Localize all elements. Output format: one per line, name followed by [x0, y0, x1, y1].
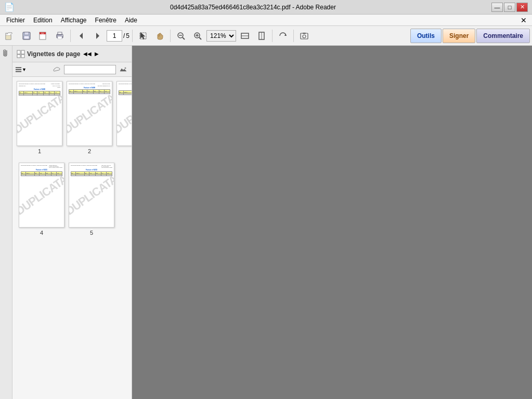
thumb-landscape-btn[interactable] [117, 64, 129, 75]
menu-fenetre[interactable]: Fenêtre [91, 16, 121, 25]
svg-rect-31 [21, 50, 24, 54]
panel-close-btn[interactable]: ✕ [517, 16, 530, 24]
zoom-in-btn[interactable] [190, 29, 205, 43]
svg-rect-9 [58, 36, 62, 39]
watermark-3: DUPLICATA [116, 91, 132, 136]
svg-marker-13 [140, 32, 145, 39]
comment-btn[interactable]: Commentaire [476, 29, 530, 43]
snapshot-btn[interactable] [296, 29, 312, 43]
pdf-main-area[interactable] [132, 46, 532, 399]
thumb-row-1: Document global à l'heure, mais bon fond… [17, 81, 127, 154]
thumb-page-2-preview: Document global à l'heure, mais bon fond… [67, 81, 112, 146]
menu-affichage[interactable]: Affichage [57, 16, 91, 25]
separator-1 [70, 30, 71, 42]
app-icon: 📄 [4, 2, 15, 12]
watermark-2: DUPLICATA [67, 91, 112, 136]
select-tool-btn[interactable] [135, 29, 151, 43]
separator-3 [170, 30, 171, 42]
svg-rect-30 [17, 50, 20, 54]
svg-rect-8 [58, 32, 62, 34]
search-bar[interactable] [64, 65, 116, 74]
svg-rect-34 [16, 67, 21, 68]
sign-btn[interactable]: Signer [443, 29, 475, 43]
panel-nav-back-btn[interactable]: ◀◀ [83, 50, 92, 58]
main-layout: Vignettes de page ◀◀ ▶ ▼ [0, 46, 532, 399]
thumb-page-4-preview: Document global à l'heure, mais bon fond… [19, 163, 64, 228]
svg-rect-33 [21, 55, 24, 58]
svg-rect-36 [16, 71, 21, 72]
svg-marker-12 [96, 33, 99, 39]
watermark-1: DUPLICATA [17, 91, 62, 136]
thumb-page-1[interactable]: Document global à l'heure, mais bon fond… [17, 81, 62, 154]
svg-rect-2 [24, 32, 29, 35]
svg-point-28 [303, 35, 306, 38]
create-pdf-btn[interactable]: PDF [35, 29, 51, 43]
thumb-cloud-btn[interactable] [50, 64, 63, 75]
rotate-btn[interactable] [275, 29, 291, 43]
thumb-page-1-preview: Document global à l'heure, mais bon fond… [17, 81, 62, 146]
window-title: 0d4d425a83a75ed466461c8ea3c3214c.pdf - A… [15, 4, 491, 11]
svg-rect-32 [17, 55, 20, 58]
search-input[interactable] [66, 66, 107, 72]
pdf-scroll-area[interactable] [132, 46, 532, 399]
minimize-btn[interactable]: — [491, 3, 503, 12]
thumbnails-panel: Vignettes de page ◀◀ ▶ ▼ [12, 46, 132, 399]
separator-2 [132, 30, 133, 42]
svg-line-21 [199, 37, 201, 39]
watermark-5: DUPLICATA [69, 172, 114, 218]
open-file-btn[interactable] [2, 29, 18, 43]
thumb-page-5-preview: Document global à l'heure, mais bon fond… [69, 163, 114, 228]
zoom-out-btn[interactable] [173, 29, 189, 43]
page-separator: / [123, 32, 125, 39]
hand-tool-btn[interactable] [152, 29, 167, 43]
svg-rect-3 [24, 36, 29, 39]
maximize-btn[interactable]: □ [504, 3, 515, 12]
thumb-menu-btn[interactable]: ▼ [15, 64, 27, 75]
thumbnails-panel-title: Vignettes de page [27, 50, 80, 58]
print-btn[interactable] [52, 29, 68, 43]
main-toolbar: PDF / 5 121% 100% 75% 150% [0, 26, 532, 46]
thumb-number-1: 1 [38, 148, 41, 154]
page-total: 5 [126, 32, 129, 39]
thumb-number-2: 2 [88, 148, 91, 154]
menu-fichier[interactable]: Fichier [2, 16, 29, 25]
svg-point-37 [125, 67, 126, 69]
watermark-4: DUPLICATA [19, 172, 64, 218]
svg-rect-10 [62, 35, 63, 36]
thumbnail-panel-icon [17, 50, 25, 58]
thumb-page-5[interactable]: Document global à l'heure, mais bon fond… [69, 163, 114, 236]
fit-page-btn[interactable] [254, 29, 269, 43]
fit-width-btn[interactable] [237, 29, 253, 43]
svg-line-17 [183, 37, 185, 39]
nav-next-btn[interactable] [90, 29, 106, 43]
thumb-number-5: 5 [90, 230, 93, 236]
svg-rect-29 [303, 33, 306, 34]
nav-prev-btn[interactable] [73, 29, 89, 43]
save-btn[interactable] [19, 29, 34, 43]
thumbnails-toolbar: ▼ [12, 62, 132, 77]
zoom-select[interactable]: 121% 100% 75% 150% [206, 30, 236, 42]
close-btn[interactable]: ✕ [516, 3, 528, 12]
svg-marker-11 [80, 33, 83, 39]
menu-aide[interactable]: Aide [121, 16, 141, 25]
thumb-page-3[interactable]: Document global à l'heure, mais bon fond… [116, 81, 132, 154]
panel-nav-fwd-btn[interactable]: ▶ [93, 50, 101, 58]
window-controls: — □ ✕ [491, 3, 528, 12]
thumbnails-content: Document global à l'heure, mais bon fond… [12, 77, 132, 399]
left-icon-strip [0, 46, 12, 399]
attachment-icon[interactable] [1, 48, 11, 58]
page-nav-group: / 5 [107, 30, 129, 42]
separator-5 [293, 30, 294, 42]
title-bar: 📄 0d4d425a83a75ed466461c8ea3c3214c.pdf -… [0, 0, 532, 15]
svg-text:PDF: PDF [41, 33, 44, 35]
menu-edition[interactable]: Edition [29, 16, 57, 25]
thumb-page-2[interactable]: Document global à l'heure, mais bon fond… [67, 81, 112, 154]
tools-btn[interactable]: Outils [410, 29, 442, 43]
svg-rect-35 [16, 69, 21, 70]
page-number-input[interactable] [107, 30, 122, 42]
thumb-page-4[interactable]: Document global à l'heure, mais bon fond… [19, 163, 64, 236]
thumbnails-header: Vignettes de page ◀◀ ▶ [12, 46, 132, 62]
thumb-toolbar-right [50, 64, 129, 75]
menu-bar: Fichier Edition Affichage Fenêtre Aide ✕ [0, 15, 532, 26]
thumb-row-2: Document global à l'heure, mais bon fond… [17, 163, 127, 236]
